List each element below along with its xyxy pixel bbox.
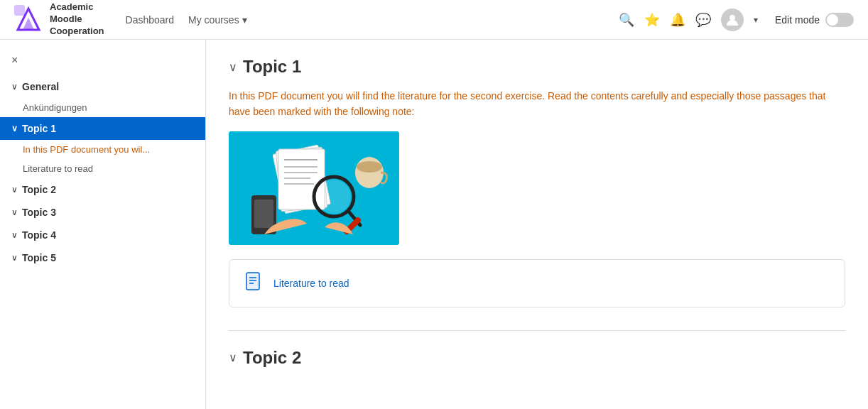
bell-icon[interactable]: 🔔 xyxy=(670,12,685,28)
resource-card-literature: Literature to read xyxy=(229,259,845,307)
section-divider xyxy=(229,330,845,331)
sidebar-sub-item-ankundigungen[interactable]: Ankündigungen xyxy=(0,98,205,117)
chevron-down-icon: ∨ xyxy=(11,207,18,217)
sidebar-sub-item-pdf[interactable]: In this PDF document you wil... xyxy=(0,140,205,159)
chevron-down-icon[interactable]: ▾ xyxy=(754,15,758,25)
sidebar-close-button[interactable]: × xyxy=(0,51,205,75)
dashboard-link[interactable]: Dashboard xyxy=(126,14,175,26)
sidebar-item-label: Topic 1 xyxy=(22,123,56,134)
topic1-section: ∨ Topic 1 In this PDF document you will … xyxy=(229,57,845,307)
svg-rect-2 xyxy=(14,5,25,16)
chevron-down-icon: ∨ xyxy=(11,185,18,195)
svg-point-3 xyxy=(729,15,735,21)
main-content: ∨ Topic 1 In this PDF document you will … xyxy=(206,40,868,409)
chevron-down-icon: ∨ xyxy=(11,253,18,263)
header-actions: 🔍 ⭐ 🔔 💬 ▾ Edit mode xyxy=(619,9,854,31)
svg-marker-1 xyxy=(23,18,34,30)
sidebar: × ∨ General Ankündigungen ∨ Topic 1 In t… xyxy=(0,40,206,409)
chevron-down-icon: ▾ xyxy=(242,14,247,26)
sidebar-item-topic1[interactable]: ∨ Topic 1 xyxy=(0,117,205,140)
chevron-down-icon: ∨ xyxy=(11,82,18,92)
sidebar-item-general[interactable]: ∨ General xyxy=(0,75,205,98)
logo-text: Academic Moodle Cooperation xyxy=(50,1,104,38)
sidebar-item-label: Topic 3 xyxy=(22,207,56,218)
message-icon[interactable]: 💬 xyxy=(695,12,711,28)
logo-icon xyxy=(14,5,43,33)
literature-link[interactable]: Literature to read xyxy=(273,278,349,289)
chevron-down-icon: ∨ xyxy=(11,124,18,133)
topic1-description: In this PDF document you will find the l… xyxy=(229,88,845,120)
topic1-collapse-icon[interactable]: ∨ xyxy=(229,60,237,74)
svg-rect-18 xyxy=(254,200,273,228)
edit-mode-label: Edit mode xyxy=(775,14,820,26)
logo-area: Academic Moodle Cooperation xyxy=(14,1,104,38)
svg-point-20 xyxy=(357,161,382,173)
sidebar-item-label: General xyxy=(22,81,59,92)
edit-mode-area: Edit mode xyxy=(775,13,854,27)
sidebar-section-topic3: ∨ Topic 3 xyxy=(0,201,205,224)
svg-point-14 xyxy=(317,180,351,214)
chevron-down-icon: ∨ xyxy=(11,230,18,240)
topic2-collapse-icon[interactable]: ∨ xyxy=(229,351,237,364)
sidebar-item-label: Topic 5 xyxy=(22,252,56,263)
sidebar-item-topic2[interactable]: ∨ Topic 2 xyxy=(0,178,205,201)
search-icon[interactable]: 🔍 xyxy=(619,12,634,28)
sidebar-item-label: Topic 2 xyxy=(22,184,56,195)
my-courses-link[interactable]: My courses ▾ xyxy=(188,14,247,26)
topic2-section: ∨ Topic 2 xyxy=(229,348,845,368)
page-layout: × ∨ General Ankündigungen ∨ Topic 1 In t… xyxy=(0,40,868,409)
sidebar-section-general: ∨ General Ankündigungen xyxy=(0,75,205,117)
header-nav: Dashboard My courses ▾ xyxy=(126,14,619,26)
sidebar-section-topic5: ∨ Topic 5 xyxy=(0,246,205,269)
bookmark-icon[interactable]: ⭐ xyxy=(644,12,660,28)
topic2-title: Topic 2 xyxy=(243,348,301,368)
sidebar-sub-item-literature[interactable]: Literature to read xyxy=(0,159,205,178)
document-icon xyxy=(244,271,264,295)
sidebar-section-topic2: ∨ Topic 2 xyxy=(0,178,205,201)
topic1-illustration xyxy=(229,131,399,245)
sidebar-item-topic5[interactable]: ∨ Topic 5 xyxy=(0,246,205,269)
topic2-header: ∨ Topic 2 xyxy=(229,348,845,368)
edit-mode-toggle[interactable] xyxy=(825,13,854,27)
topic1-header: ∨ Topic 1 xyxy=(229,57,845,77)
topic1-title: Topic 1 xyxy=(243,57,301,77)
sidebar-item-topic4[interactable]: ∨ Topic 4 xyxy=(0,224,205,246)
sidebar-section-topic4: ∨ Topic 4 xyxy=(0,224,205,246)
main-header: Academic Moodle Cooperation Dashboard My… xyxy=(0,0,868,40)
sidebar-section-topic1: ∨ Topic 1 In this PDF document you wil..… xyxy=(0,117,205,178)
sidebar-item-topic3[interactable]: ∨ Topic 3 xyxy=(0,201,205,224)
topic1-image xyxy=(229,131,399,245)
svg-rect-21 xyxy=(246,273,259,290)
sidebar-item-label: Topic 4 xyxy=(22,229,56,241)
avatar[interactable] xyxy=(721,9,744,31)
